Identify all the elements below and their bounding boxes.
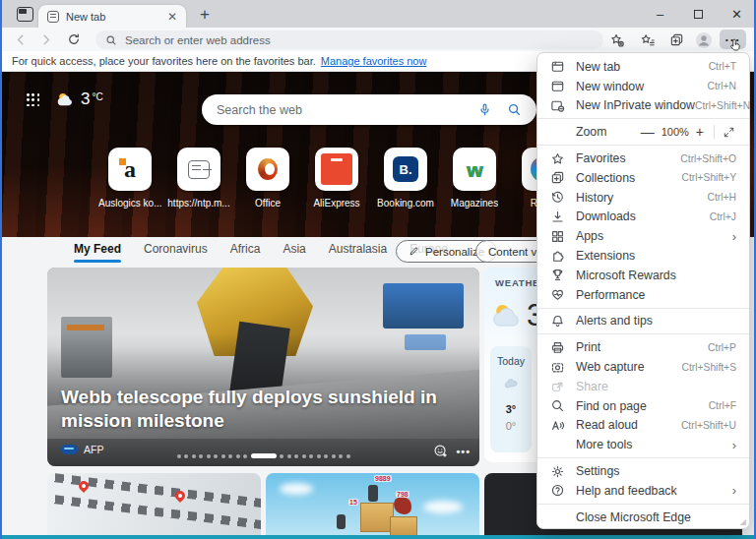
game-ad-card[interactable]: 9889 798 15 [266,473,479,539]
new-tab-button[interactable]: + [194,4,216,26]
feed-tab-africa[interactable]: Africa [230,242,261,256]
menu-item-microsoft-rewards[interactable]: Microsoft Rewards [537,266,749,285]
menu-item-web-capture[interactable]: Web captureCtrl+Shift+S [537,357,749,377]
refresh-icon[interactable] [65,30,83,48]
profile-avatar[interactable] [694,30,714,49]
menu-item-alerts-and-tips[interactable]: Alerts and tips [537,312,749,331]
shortcut-booking-com[interactable]: B.Booking.com [374,148,437,209]
carousel-dot-active[interactable] [251,453,277,458]
menu-item-close-microsoft-edge[interactable]: Close Microsoft Edge [537,508,749,527]
back-icon[interactable] [11,30,29,48]
carousel-dot[interactable] [287,454,291,458]
carousel-dot[interactable] [243,454,247,458]
menu-item-collections[interactable]: CollectionsCtrl+Shift+Y [537,168,749,188]
zoom-out-button[interactable]: — [637,125,659,139]
mic-icon[interactable] [477,102,492,117]
web-search-box[interactable]: Search the web [202,94,536,125]
tab-close-icon[interactable]: ✕ [167,11,177,23]
menu-item-new-window[interactable]: New windowCtrl+N [537,77,749,96]
aliexpress-logo [315,148,358,191]
collections-icon[interactable] [666,30,686,49]
carousel-dot[interactable] [236,454,240,458]
forecast-low: 0° [506,420,517,432]
card-more-icon[interactable]: ••• [456,446,471,457]
zoom-in-button[interactable]: + [692,125,708,139]
shortcut-aliexpress[interactable]: AliExpress [305,148,368,209]
carousel-dot[interactable] [309,454,313,458]
carousel-dot[interactable] [214,454,218,458]
menu-item-label: Performance [576,288,736,302]
menu-item-more-tools[interactable]: More tools› [537,435,749,454]
carousel-dot[interactable] [199,454,203,458]
apps-grid-icon[interactable] [27,93,39,106]
menu-resize-handle[interactable]: ◢ [740,517,746,526]
carousel-dot[interactable] [317,454,321,458]
forward-icon[interactable] [37,30,55,48]
tab-actions-icon[interactable] [17,7,33,22]
hero-image-equipment [383,283,464,329]
favorites-hub-icon[interactable] [638,30,658,49]
close-button[interactable]: ✕ [718,0,756,28]
shortcut-label: Office [255,198,281,209]
carousel-dot[interactable] [177,454,181,458]
inprivate-icon [549,97,565,113]
carousel-dot[interactable] [302,454,306,458]
menu-item-favorites[interactable]: FavoritesCtrl+Shift+O [537,149,749,168]
favorite-add-icon[interactable] [607,30,627,49]
menu-item-label: History [576,191,708,205]
fullscreen-icon[interactable] [721,124,736,140]
carousel-dot[interactable] [221,454,225,458]
search-icon [105,34,117,46]
shortcut-https-ntp-m[interactable]: https://ntp.m... [167,148,230,209]
shortcut-office[interactable]: Office [236,148,299,209]
menu-item-apps[interactable]: Apps› [537,226,749,246]
carousel-dot[interactable] [339,454,343,458]
hero-headline[interactable]: Webb telescope fully deploys sunshield i… [61,386,469,434]
feed-tab-coronavirus[interactable]: Coronavirus [144,242,208,256]
menu-item-find-on-page[interactable]: Find on pageCtrl+F [537,396,749,416]
menu-item-new-inprivate-window[interactable]: New InPrivate windowCtrl+Shift+N [537,96,749,116]
carousel-dot[interactable] [192,454,196,458]
maximize-button[interactable] [679,0,718,28]
feed-tab-asia[interactable]: Asia [283,242,305,256]
carousel-dot[interactable] [324,454,328,458]
menu-item-history[interactable]: HistoryCtrl+H [537,188,749,208]
feed-tab-my-feed[interactable]: My Feed [74,242,121,256]
shortcut-magazines[interactable]: wMagazines [443,148,506,209]
menu-separator [537,118,749,119]
menu-item-zoom[interactable]: Zoom—100%+ [537,122,749,142]
weather-chip[interactable]: 3 °C [55,90,103,109]
manage-favorites-link[interactable]: Manage favorites now [321,55,427,67]
carousel-dots[interactable] [47,453,479,458]
menu-item-label: Web capture [576,360,681,374]
smiley-reaction-icon[interactable] [433,444,448,458]
menu-item-help-and-feedback[interactable]: Help and feedback› [537,481,749,501]
weather-chip-unit: °C [92,91,102,102]
menu-item-performance[interactable]: Performance [537,285,749,305]
shortcut-auslogics-ko[interactable]: aAuslogics ko... [98,148,161,209]
carousel-dot[interactable] [332,454,336,458]
hero-news-card[interactable]: Webb telescope fully deploys sunshield i… [47,268,479,466]
menu-item-read-aloud[interactable]: Read aloudCtrl+Shift+U [537,416,749,436]
minimize-button[interactable]: – [641,0,679,28]
booking-logo: B. [384,148,427,191]
carousel-dot[interactable] [184,454,188,458]
browser-tab[interactable]: New tab ✕ [38,5,186,28]
carousel-dot[interactable] [207,454,211,458]
carousel-dot[interactable] [228,454,232,458]
search-icon[interactable] [507,102,522,117]
forecast-today[interactable]: Today3°0° [490,346,532,452]
menu-item-settings[interactable]: Settings [537,461,749,481]
menu-item-extensions[interactable]: Extensions [537,246,749,266]
menu-item-downloads[interactable]: DownloadsCtrl+J [537,208,749,227]
feed-tab-australasia[interactable]: Australasia [329,242,387,256]
news-card-traffic[interactable] [47,473,261,539]
carousel-dot[interactable] [280,454,284,458]
carousel-dot[interactable] [346,454,350,458]
menu-item-print[interactable]: PrintCtrl+P [537,337,749,357]
menu-separator [537,333,749,334]
carousel-dot[interactable] [294,454,298,458]
settings-icon [549,463,565,479]
menu-item-new-tab[interactable]: New tabCtrl+T [537,57,749,77]
address-bar[interactable]: Search or enter web address [95,30,603,49]
